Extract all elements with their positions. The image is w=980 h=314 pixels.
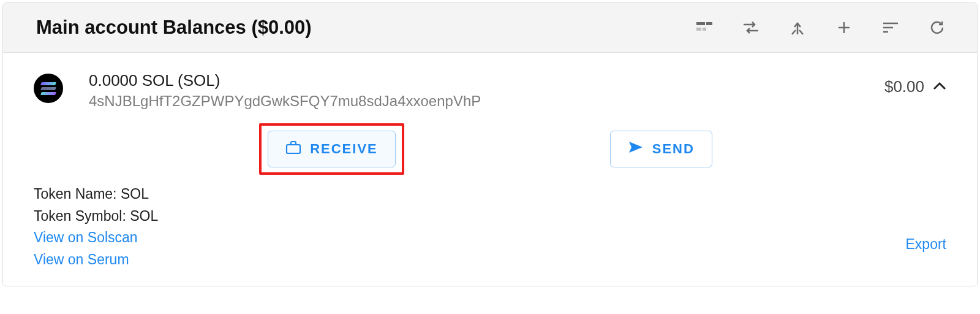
briefcase-icon (285, 140, 301, 158)
token-symbol-label: Token Symbol: (34, 208, 130, 224)
send-button[interactable]: SEND (610, 131, 712, 167)
send-button-label: SEND (652, 141, 695, 157)
token-usd-value: $0.00 (884, 77, 924, 96)
svg-rect-3 (703, 28, 706, 31)
token-row-right: $0.00 (884, 77, 946, 96)
receive-button-label: RECEIVE (310, 141, 378, 157)
token-balance: 0.0000 SOL (SOL) (89, 71, 481, 90)
svg-rect-2 (696, 28, 701, 31)
token-name-line: Token Name: SOL (34, 183, 158, 205)
export-link[interactable]: Export (906, 236, 946, 253)
refresh-icon[interactable] (928, 18, 946, 37)
merge-icon[interactable] (788, 18, 807, 37)
bar-chart-icon[interactable] (695, 18, 714, 37)
token-details: Token Name: SOL Token Symbol: SOL View o… (34, 183, 158, 271)
balances-panel: Main account Balances ($0.00) (2, 2, 978, 286)
plus-icon[interactable] (835, 18, 853, 37)
header-toolbar (695, 18, 952, 37)
solana-token-icon (34, 74, 63, 103)
token-texts: 0.0000 SOL (SOL) 4sNJBLgHfT2GZPWPYgdGwkS… (89, 71, 481, 110)
chevron-up-icon[interactable] (933, 82, 946, 93)
panel-body: 0.0000 SOL (SOL) 4sNJBLgHfT2GZPWPYgdGwkS… (3, 53, 977, 286)
svg-rect-4 (287, 145, 300, 153)
sort-icon[interactable] (881, 18, 900, 37)
token-address: 4sNJBLgHfT2GZPWPYgdGwkSFQY7mu8sdJa4xxoen… (89, 93, 481, 110)
token-row-left: 0.0000 SOL (SOL) 4sNJBLgHfT2GZPWPYgdGwkS… (34, 71, 481, 110)
token-symbol-value: SOL (130, 208, 158, 224)
send-plane-icon (628, 140, 644, 158)
swap-icon[interactable] (742, 18, 760, 37)
receive-button[interactable]: RECEIVE (268, 131, 396, 167)
svg-rect-1 (706, 22, 712, 25)
svg-rect-0 (696, 22, 705, 25)
token-details-row: Token Name: SOL Token Symbol: SOL View o… (34, 183, 946, 271)
view-on-serum-link[interactable]: View on Serum (34, 249, 158, 271)
token-symbol-line: Token Symbol: SOL (34, 205, 158, 228)
page-title: Main account Balances ($0.00) (36, 17, 312, 39)
token-actions-row: RECEIVE SEND (34, 131, 946, 167)
view-on-solscan-link[interactable]: View on Solscan (34, 227, 158, 249)
panel-header: Main account Balances ($0.00) (3, 3, 977, 53)
token-row[interactable]: 0.0000 SOL (SOL) 4sNJBLgHfT2GZPWPYgdGwkS… (34, 71, 946, 110)
token-name-label: Token Name: (34, 186, 121, 202)
token-name-value: SOL (121, 186, 149, 202)
